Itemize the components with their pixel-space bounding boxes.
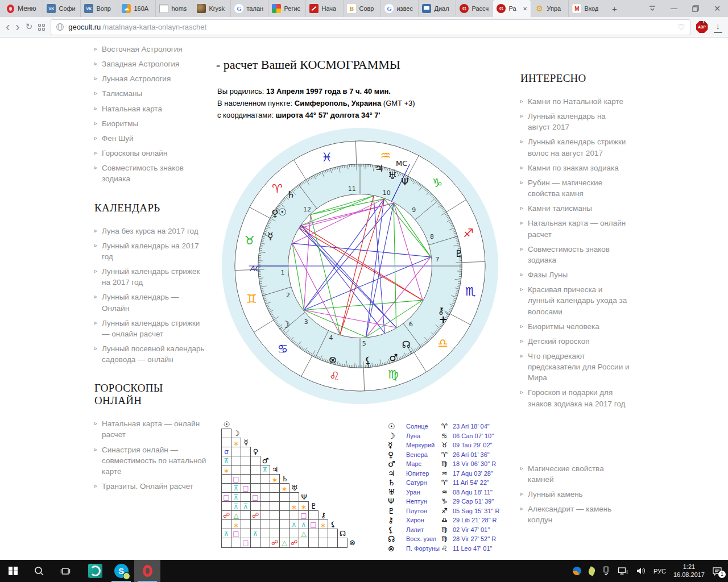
browser-tab[interactable]: Диал bbox=[418, 0, 456, 17]
browser-tab[interactable]: Регис bbox=[268, 0, 305, 17]
browser-tab[interactable]: GРассч bbox=[456, 0, 493, 17]
sidebar-right-link[interactable]: ▹Фазы Луны bbox=[520, 269, 630, 280]
notification-center-button[interactable]: 1 bbox=[712, 567, 722, 576]
aspect-grid-planet-glyph: ⊗ bbox=[348, 538, 357, 547]
horoscope-link[interactable]: ▹Транзиты. Онлайн расчет bbox=[94, 481, 208, 492]
start-button[interactable] bbox=[0, 560, 26, 582]
browser-tab[interactable]: Krysk bbox=[193, 0, 230, 17]
tab-title: 160А bbox=[134, 5, 148, 12]
taskbar-app-3dsmax[interactable] bbox=[82, 560, 108, 582]
bookmark-heart-icon[interactable]: ♡ bbox=[677, 22, 685, 32]
browser-tab[interactable]: Нача bbox=[305, 0, 343, 17]
horoscope-link[interactable]: ▹Синастрия онлайн — совместимость по нат… bbox=[94, 444, 208, 477]
browser-tab[interactable]: BСовр bbox=[343, 0, 380, 17]
search-button[interactable] bbox=[26, 560, 52, 582]
minimize-button[interactable]: — bbox=[663, 0, 685, 17]
arrow-bullet-icon: ▹ bbox=[520, 96, 528, 107]
sidebar-right-link[interactable]: ▹Биоритмы человека bbox=[520, 321, 630, 332]
browser-tab[interactable]: Gталан bbox=[230, 0, 268, 17]
arrow-bullet-icon: ▹ bbox=[520, 351, 528, 383]
sidebar-right-link[interactable]: ▹Натальная карта — онлайн расчет bbox=[520, 218, 630, 239]
opera-menu-button[interactable]: Меню bbox=[0, 0, 43, 17]
usb-device-icon[interactable] bbox=[602, 566, 610, 576]
forward-button[interactable]: › bbox=[15, 21, 19, 34]
brush-favicon bbox=[309, 4, 318, 13]
browser-toolbar: ‹ › ↻ geocult.ru/natalnaya-karta-onlayn-… bbox=[0, 17, 728, 38]
language-indicator[interactable]: РУС bbox=[653, 568, 666, 575]
browser-tab[interactable]: VKСофи bbox=[43, 0, 80, 17]
reload-button[interactable]: ↻ bbox=[26, 23, 33, 31]
calendar-link[interactable]: ▹Лунный календарь на 2017 год bbox=[94, 240, 208, 262]
clock[interactable]: 1:21 16.08.2017 bbox=[673, 563, 705, 579]
aspect-grid-row: ⊼♂ bbox=[222, 456, 357, 465]
planet-name: Уран bbox=[406, 489, 441, 496]
sidebar-left-link[interactable]: ▹Совместимость знаков зодиака bbox=[94, 163, 208, 184]
planet-position: 29 Cap 51' 39" bbox=[453, 498, 494, 505]
calendar-link[interactable]: ▹Лунный календарь стрижки — онлайн расче… bbox=[94, 318, 208, 339]
sidebar-left-link[interactable]: ▹Фен Шуй bbox=[94, 133, 208, 144]
sidebar-left-link[interactable]: ▹Натальная карта bbox=[94, 103, 208, 114]
sidebar-right-link[interactable]: ▹Детский гороскоп bbox=[520, 336, 630, 347]
link-label: Магические свойства камней bbox=[528, 463, 630, 485]
close-window-button[interactable]: ✕ bbox=[706, 0, 728, 17]
sidebar-right-link[interactable]: ▹Лунный камень bbox=[520, 489, 630, 500]
opera-icon bbox=[143, 565, 152, 577]
sidebar-right-link[interactable]: ▹Лунный календарь стрижки волос на авгус… bbox=[520, 136, 630, 158]
sidebar-right-link[interactable]: ▹Камни по знакам зодиака bbox=[520, 163, 630, 173]
browser-tab[interactable]: ⚙Упра bbox=[531, 0, 568, 17]
natal-chart-wheel: ♈♉♊♋♌♍♎♏♐♑♒♓☉☽☿♀♂♃♄♅Ψ♇⚷⚸☊⊗+1234567891011… bbox=[218, 124, 502, 408]
tray-leaf-icon[interactable] bbox=[587, 566, 596, 576]
taskbar-app-opera[interactable] bbox=[134, 560, 160, 582]
browser-tab[interactable]: Gизвес bbox=[380, 0, 418, 17]
browser-tab[interactable]: VKВопр bbox=[80, 0, 118, 17]
new-tab-button[interactable]: + bbox=[606, 0, 623, 17]
browser-tab[interactable]: homs bbox=[155, 0, 193, 17]
browser-tab[interactable]: MВход bbox=[568, 0, 606, 17]
back-button[interactable]: ‹ bbox=[6, 21, 10, 34]
sidebar-right-link[interactable]: ▹Александрит — камень колдун bbox=[520, 504, 630, 525]
arrow-bullet-icon: ▹ bbox=[94, 444, 102, 477]
sidebar-right-link[interactable]: ▹Рубин — магические свойства камня bbox=[520, 177, 630, 199]
task-view-button[interactable] bbox=[52, 560, 78, 582]
planet-name: Юпитер bbox=[406, 470, 441, 477]
sidebar-left-link[interactable]: ▹Гороскопы онлайн bbox=[94, 148, 208, 159]
sidebar-right-link[interactable]: ▹Камни талисманы bbox=[520, 203, 630, 214]
horoscope-link[interactable]: ▹Натальная карта — онлайн расчет bbox=[94, 418, 208, 440]
svg-text:♐: ♐ bbox=[463, 226, 474, 240]
maximize-button[interactable] bbox=[685, 0, 706, 17]
sidebar-right-link[interactable]: ▹Совместимость знаков зодиака bbox=[520, 244, 630, 265]
network-icon[interactable] bbox=[618, 567, 628, 575]
taskbar-app-skype[interactable]: S bbox=[108, 560, 134, 582]
calendar-link[interactable]: ▹Лунный календарь стрижек на 2017 год bbox=[94, 266, 208, 288]
planet-name: Нептун bbox=[406, 498, 441, 505]
speed-dial-button[interactable] bbox=[38, 24, 45, 31]
sidebar-left-link[interactable]: ▹Восточная Астрология bbox=[94, 44, 208, 55]
browser-tab[interactable]: GРа✕ bbox=[493, 0, 531, 17]
sidebar-right-link[interactable]: ▹Камни по Натальной карте bbox=[520, 96, 630, 107]
downloads-icon[interactable]: ↓ bbox=[714, 22, 723, 33]
section-heading-interesting: ИНТЕРЕСНО bbox=[520, 72, 630, 85]
link-label: Лунный календарь стрижки — онлайн расчет bbox=[102, 318, 208, 339]
tray-flame-icon[interactable] bbox=[573, 567, 581, 575]
calendar-link[interactable]: ▹Луна без курса на 2017 год bbox=[94, 226, 208, 236]
sidebar-right-link[interactable]: ▹Магические свойства камней bbox=[520, 463, 630, 485]
planet-name: Сатурн bbox=[406, 479, 441, 486]
browser-tab[interactable]: ☁160А bbox=[118, 0, 155, 17]
adblock-icon[interactable]: ABP 1 bbox=[696, 21, 708, 33]
volume-icon[interactable] bbox=[636, 567, 646, 575]
calendar-link[interactable]: ▹Лунный календарь — Онлайн bbox=[94, 292, 208, 313]
sidebar-right-link[interactable]: ▹Гороскоп и подарки для знаков зодиака н… bbox=[520, 387, 630, 409]
address-bar[interactable]: geocult.ru/natalnaya-karta-onlayn-rasche… bbox=[51, 19, 690, 35]
sidebar-right-link[interactable]: ▹Что предрекают предсказатели для России… bbox=[520, 351, 630, 383]
sidebar-left-link[interactable]: ▹Талисманы bbox=[94, 88, 208, 99]
sidebar-left-link[interactable]: ▹Лунная Астрология bbox=[94, 73, 208, 84]
tab-close-icon[interactable]: ✕ bbox=[523, 6, 527, 12]
calendar-link[interactable]: ▹Лунный посевной календарь садовода — он… bbox=[94, 343, 208, 365]
sidebar-left-link[interactable]: ▹Западная Астрология bbox=[94, 59, 208, 69]
tab-menu-button[interactable] bbox=[642, 0, 663, 17]
arrow-bullet-icon: ▹ bbox=[520, 163, 528, 173]
sidebar-right-link[interactable]: ▹Красивая прическа и лунный календарь ух… bbox=[520, 284, 630, 317]
sidebar-right-link[interactable]: ▹Лунный календарь на август 2017 bbox=[520, 111, 630, 132]
aspect-cell bbox=[308, 538, 318, 548]
sidebar-left-link[interactable]: ▹Биоритмы bbox=[94, 118, 208, 129]
